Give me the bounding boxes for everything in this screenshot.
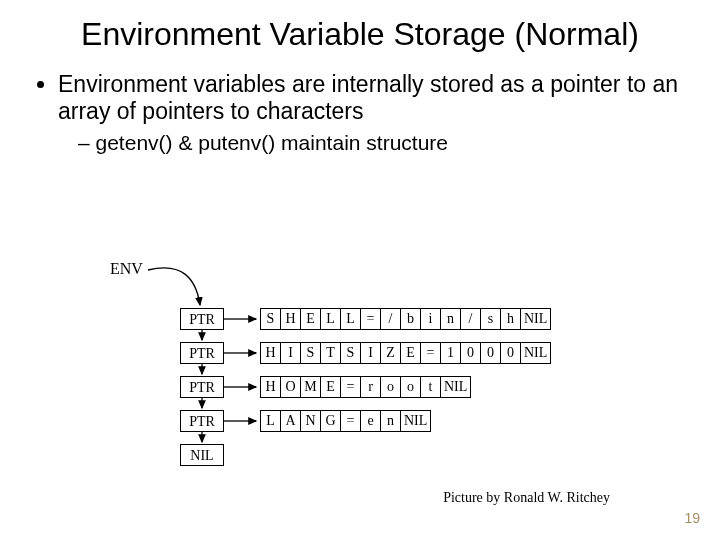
char-row-3: LANG=enNIL (260, 410, 551, 432)
char-cell: L (260, 410, 281, 432)
char-cell: n (380, 410, 401, 432)
nil-box: NIL (180, 444, 224, 466)
page-number: 19 (684, 510, 700, 526)
char-cell: E (400, 342, 421, 364)
char-row-1: HISTSIZE=1000NIL (260, 342, 551, 364)
char-cell: S (300, 342, 321, 364)
credit-text: Picture by Ronald W. Ritchey (443, 490, 610, 506)
char-cell: I (360, 342, 381, 364)
ptr-box: PTR (180, 410, 224, 432)
char-row-0: SHELL=/bin/shNIL (260, 308, 551, 330)
char-cell: NIL (520, 342, 551, 364)
char-cell: H (260, 342, 281, 364)
char-cell: t (420, 376, 441, 398)
char-row-2: HOME=rootNIL (260, 376, 551, 398)
ptr-box: PTR (180, 308, 224, 330)
char-cell: 0 (480, 342, 501, 364)
char-cell: S (260, 308, 281, 330)
char-cell: H (260, 376, 281, 398)
char-cell: b (400, 308, 421, 330)
env-label: ENV (110, 260, 143, 278)
char-cell: 1 (440, 342, 461, 364)
char-cell: NIL (520, 308, 551, 330)
char-cell: A (280, 410, 301, 432)
char-cell: T (320, 342, 341, 364)
char-cell: s (480, 308, 501, 330)
char-cell: Z (380, 342, 401, 364)
char-cell: E (300, 308, 321, 330)
pointer-column: PTR PTR PTR PTR NIL (180, 308, 224, 478)
char-cell: o (400, 376, 421, 398)
char-cell: = (360, 308, 381, 330)
char-cell: L (320, 308, 341, 330)
char-cell: n (440, 308, 461, 330)
ptr-box: PTR (180, 376, 224, 398)
char-cell: E (320, 376, 341, 398)
char-cell: G (320, 410, 341, 432)
char-cell: M (300, 376, 321, 398)
char-cell: h (500, 308, 521, 330)
ptr-box: PTR (180, 342, 224, 364)
bullet-1: Environment variables are internally sto… (58, 71, 690, 126)
char-cell: e (360, 410, 381, 432)
bullet-list: Environment variables are internally sto… (36, 71, 690, 155)
char-cell: N (300, 410, 321, 432)
char-rows: SHELL=/bin/shNIL HISTSIZE=1000NIL HOME=r… (260, 308, 551, 444)
char-cell: I (280, 342, 301, 364)
char-cell: o (380, 376, 401, 398)
char-cell: NIL (440, 376, 471, 398)
char-cell: L (340, 308, 361, 330)
char-cell: i (420, 308, 441, 330)
char-cell: / (380, 308, 401, 330)
char-cell: = (420, 342, 441, 364)
char-cell: O (280, 376, 301, 398)
slide-title: Environment Variable Storage (Normal) (30, 16, 690, 53)
char-cell: r (360, 376, 381, 398)
char-cell: 0 (460, 342, 481, 364)
char-cell: S (340, 342, 361, 364)
char-cell: 0 (500, 342, 521, 364)
char-cell: NIL (400, 410, 431, 432)
char-cell: = (340, 376, 361, 398)
bullet-2: getenv() & putenv() maintain structure (78, 130, 690, 155)
char-cell: H (280, 308, 301, 330)
slide: Environment Variable Storage (Normal) En… (0, 0, 720, 540)
char-cell: = (340, 410, 361, 432)
char-cell: / (460, 308, 481, 330)
